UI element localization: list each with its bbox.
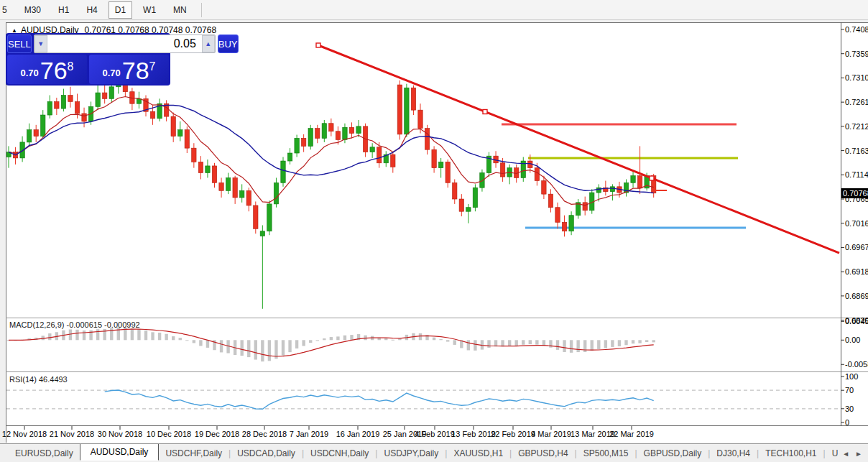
tab-scroll-right-icon[interactable]: ► — [852, 450, 865, 458]
timeframe-button-d1[interactable]: D1 — [108, 1, 132, 19]
buy-price-display[interactable]: 0.70787 — [89, 55, 169, 84]
macd-axis-label: 0.004517 — [845, 317, 868, 325]
volume-input[interactable] — [47, 35, 202, 52]
date-axis-label: 10 Dec 2018 — [147, 430, 191, 438]
price-axis-label: 0.71630 — [845, 147, 868, 155]
chart-tab-audusd-daily[interactable]: AUDUSD,Daily — [80, 443, 160, 461]
tab-scroll-buttons: ◄► — [838, 444, 867, 462]
price-axis-label: 0.72610 — [845, 98, 868, 106]
price-axis-label: 0.72120 — [845, 122, 868, 131]
price-axis-label: 0.69180 — [845, 267, 868, 276]
macd-label: MACD(12,26,9) -0.000615 -0.000992 — [9, 320, 140, 329]
macd-axis-label: -0.005899 — [845, 360, 868, 369]
date-axis-label: 22 Feb 2019 — [491, 430, 535, 438]
macd-value-signal: -0.000992 — [104, 320, 140, 329]
rsi-axis-label: 100 — [845, 372, 858, 381]
rsi-value: 46.4493 — [39, 375, 68, 384]
date-axis-label: 12 Nov 2018 — [2, 430, 47, 438]
volume-increase-icon[interactable]: ▲ — [202, 35, 215, 52]
chart-tab-usdcad-daily[interactable]: USDCAD,Daily — [231, 446, 302, 461]
macd-name: MACD(12,26,9) — [9, 320, 64, 329]
rsi-axis-label: 70 — [845, 386, 854, 394]
macd-axis-label: 0.00 — [845, 336, 860, 344]
chart-tab-bar: EURUSD,DailyAUDUSD,DailyUSDCHF,Daily|USD… — [0, 443, 868, 462]
timeframe-button-h4[interactable]: H4 — [80, 1, 103, 19]
date-axis-label: 16 Jan 2019 — [336, 430, 380, 438]
timeframe-button-w1[interactable]: W1 — [137, 1, 162, 19]
sell-price-pip: 8 — [68, 61, 74, 73]
chart-tab-usdjpy-daily[interactable]: USDJPY,Daily — [377, 446, 445, 461]
buy-price-main: 78 — [122, 58, 149, 83]
date-axis-label: 19 Dec 2018 — [195, 430, 239, 438]
chart-tab-dj30-h4[interactable]: DJ30,H4 — [710, 446, 757, 461]
date-axis-label: 28 Dec 2018 — [242, 430, 287, 438]
date-axis-label: 13 Mar 2019 — [571, 430, 615, 438]
chart-tab-gbpusd-h4[interactable]: GBPUSD,H4 — [512, 446, 574, 461]
timeframe-button-m30[interactable]: M30 — [18, 1, 47, 19]
sell-button[interactable]: SELL — [7, 34, 32, 53]
date-axis-label: 30 Nov 2018 — [98, 430, 142, 438]
tab-scroll-left-icon[interactable]: ◄ — [839, 450, 852, 458]
timeframe-toolbar: 5M30H1H4D1W1MN — [0, 0, 868, 20]
date-axis-label: 4 Feb 2019 — [415, 430, 455, 438]
price-axis-label: 0.69670 — [845, 243, 868, 251]
rsi-label: RSI(14) 46.4493 — [9, 375, 68, 384]
rsi-axis-label: 30 — [845, 405, 854, 413]
volume-stepper: ▼ ▲ — [34, 34, 216, 53]
date-axis-label: 21 Nov 2018 — [50, 430, 94, 438]
buy-price-pip: 7 — [149, 61, 156, 73]
chart-tab-tech100-h1[interactable]: TECH100,H1 — [759, 446, 823, 461]
chart-tab-usdchf-daily[interactable]: USDCHF,Daily — [159, 446, 228, 461]
chart-tab-eurusd-daily[interactable]: EURUSD,Daily — [9, 446, 80, 461]
buy-button[interactable]: BUY — [218, 34, 239, 53]
timeframe-button-5[interactable]: 5 — [0, 1, 14, 19]
toolbar-separator — [201, 3, 202, 17]
date-axis-label: 4 Mar 2019 — [531, 430, 571, 438]
rsi-axis-label: 0 — [845, 418, 849, 427]
sell-price-main: 76 — [40, 58, 68, 83]
date-axis-label: 22 Mar 2019 — [609, 430, 654, 438]
chart-tab-sp500-m15[interactable]: SP500,M15 — [577, 446, 635, 461]
chart-tab-gbpusd-daily[interactable]: GBPUSD,Daily — [637, 446, 708, 461]
volume-decrease-icon[interactable]: ▼ — [34, 35, 47, 52]
buy-price-prefix: 0.70 — [102, 64, 120, 83]
price-axis-label: 0.71140 — [845, 170, 868, 179]
rsi-name: RSI(14) — [9, 375, 37, 384]
timeframe-button-mn[interactable]: MN — [167, 1, 193, 19]
chart-tab-xauusd-h1[interactable]: XAUUSD,H1 — [447, 446, 509, 461]
date-axis-label: 13 Feb 2019 — [451, 430, 496, 438]
price-axis-label: 0.70160 — [845, 219, 868, 228]
price-axis-label: 0.73100 — [845, 73, 868, 82]
chart-tab-usdcnh-daily[interactable]: USDCNH,Daily — [304, 446, 375, 461]
price-axis-label: 0.74080 — [845, 25, 868, 34]
macd-value-main: -0.000615 — [66, 320, 102, 329]
current-price-tag: 0.70768 — [841, 188, 868, 198]
date-axis-label: 7 Jan 2019 — [290, 430, 328, 438]
price-axis-label: 0.68690 — [845, 292, 868, 300]
timeframe-button-h1[interactable]: H1 — [52, 1, 75, 19]
sell-price-display[interactable]: 0.70768 — [7, 55, 87, 84]
price-axis-label: 0.73590 — [845, 50, 868, 58]
sell-price-prefix: 0.70 — [20, 64, 38, 83]
one-click-trade-panel: SELL ▼ ▲ BUY 0.70768 0.70787 — [6, 33, 170, 86]
